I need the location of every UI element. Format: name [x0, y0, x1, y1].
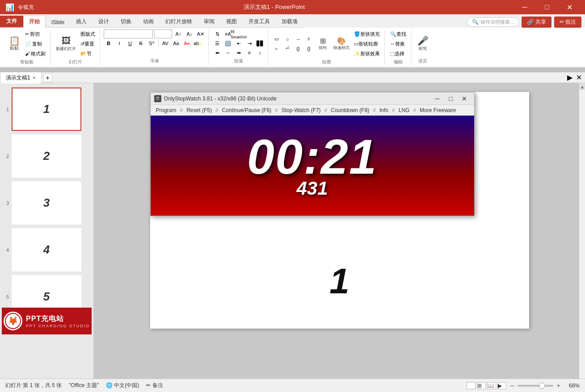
change-case-button[interactable]: Aa: [171, 39, 181, 48]
font-spacing-button[interactable]: AV: [160, 39, 170, 48]
shape-outline-button[interactable]: ▭形状轮廓: [352, 39, 382, 48]
layout-button[interactable]: 图版式: [79, 29, 97, 38]
zoom-out-button[interactable]: ─: [510, 383, 514, 389]
sw-menu-stopwatch[interactable]: Stop-Watch (F7): [279, 106, 324, 114]
decrease-indent-button[interactable]: ⇤: [234, 39, 244, 48]
quick-style-button[interactable]: 🎨 快速样式: [332, 31, 351, 56]
shape-more-button[interactable]: ▿: [304, 35, 314, 44]
center-button[interactable]: ↔: [223, 48, 233, 57]
slide-thumb-1[interactable]: 1 1: [2, 87, 92, 132]
slide-sorter-button[interactable]: ⊞: [477, 382, 486, 389]
find-button[interactable]: 🔍查找: [388, 29, 408, 38]
bold-button[interactable]: B: [104, 39, 114, 48]
sw-menu-countdown[interactable]: Countdown (F8): [328, 106, 372, 114]
format-painter-button[interactable]: 🖌格式刷: [23, 49, 47, 58]
annotate-button[interactable]: ✏ 批注: [554, 17, 581, 28]
decrease-font-button[interactable]: A↓: [185, 29, 194, 38]
tab-transitions[interactable]: 切换: [115, 16, 137, 28]
clear-format-button[interactable]: A✕: [196, 29, 206, 38]
shape-custom1[interactable]: ⌐: [272, 44, 282, 53]
tab-islide[interactable]: iSlide: [46, 17, 70, 28]
slideshow-button[interactable]: ▶: [497, 382, 506, 389]
select-button[interactable]: ⬚选择: [388, 49, 408, 58]
zoom-in-button[interactable]: +: [557, 383, 560, 389]
dictate-button[interactable]: 🎤 听写: [415, 31, 431, 56]
sw-menu-freeware[interactable]: More Freeware: [417, 106, 459, 114]
justify-button[interactable]: ≡: [244, 48, 254, 57]
close-button[interactable]: ✕: [559, 0, 580, 14]
notes-button[interactable]: ✏ 备注: [146, 382, 163, 389]
text-direction-button[interactable]: ⇅: [212, 29, 222, 38]
tab-scroll-button[interactable]: ▶: [565, 73, 574, 82]
numbering-button[interactable]: 🔢: [223, 39, 233, 48]
document-tab-close[interactable]: ✕: [32, 75, 36, 80]
slide-thumb-2[interactable]: 2 2: [2, 133, 92, 179]
line-spacing-button[interactable]: ↕: [255, 48, 265, 57]
tab-addins[interactable]: 加载项: [276, 16, 303, 28]
shape-fill-button[interactable]: 🪣形状填充: [352, 29, 382, 38]
align-left-button[interactable]: ⬅: [212, 48, 222, 57]
slide-thumb-3[interactable]: 3 3: [2, 180, 92, 225]
tab-insert[interactable]: 插入: [70, 16, 93, 28]
replace-button[interactable]: ↔替换: [388, 39, 408, 48]
sw-menu-continue[interactable]: Continue/Pause (F6): [219, 106, 274, 114]
share-button[interactable]: 🔗 共享: [522, 17, 551, 28]
close-view-button[interactable]: ✕: [574, 73, 583, 82]
shadow-button[interactable]: S⁰: [147, 39, 156, 48]
shape-rect-button[interactable]: ▭: [272, 35, 282, 44]
zoom-slider[interactable]: [518, 385, 553, 387]
stopwatch-close-button[interactable]: ✕: [458, 94, 471, 104]
sw-menu-reset[interactable]: Reset (F5): [184, 106, 215, 114]
tab-review[interactable]: 审阅: [198, 16, 220, 28]
shape-circle-button[interactable]: ○: [282, 35, 292, 44]
shape-effect-button[interactable]: ✨形状效果: [352, 49, 382, 58]
tab-design[interactable]: 设计: [93, 16, 115, 28]
paste-button[interactable]: 📋 粘贴: [6, 31, 22, 56]
slide-4-thumbnail[interactable]: 4: [12, 228, 81, 271]
section-button[interactable]: 📂节: [79, 49, 97, 58]
tab-animations[interactable]: 动画: [137, 16, 160, 28]
shape-custom4[interactable]: {}: [304, 44, 314, 53]
strikethrough-button[interactable]: S: [136, 39, 146, 48]
scroll-up-button[interactable]: ▲: [579, 83, 585, 90]
normal-view-button[interactable]: [467, 382, 476, 389]
new-tab-button[interactable]: +: [43, 73, 52, 82]
reading-view-button[interactable]: 📖: [487, 382, 496, 389]
tab-home[interactable]: 开始: [23, 16, 46, 28]
shape-custom2[interactable]: ⌐̈: [282, 44, 292, 53]
slide-thumb-4[interactable]: 4 4: [2, 227, 92, 272]
stopwatch-maximize-button[interactable]: □: [445, 94, 457, 104]
columns-button[interactable]: ▊▊: [255, 39, 265, 48]
font-name-input[interactable]: [104, 29, 153, 38]
italic-button[interactable]: I: [114, 39, 124, 48]
underline-button[interactable]: U: [125, 39, 135, 48]
sw-menu-lng[interactable]: LNG: [396, 106, 412, 114]
vertical-scrollbar[interactable]: ▲ ▼: [579, 83, 585, 389]
copy-button[interactable]: 📄复制: [23, 39, 47, 48]
document-tab[interactable]: 演示文稿1 ✕: [0, 72, 42, 83]
slide-1-thumbnail[interactable]: 1: [12, 88, 81, 131]
align-right-button[interactable]: ➡: [234, 48, 244, 57]
arrange-button[interactable]: ⊞ 排列: [315, 31, 331, 56]
increase-indent-button[interactable]: ⇥: [244, 39, 254, 48]
font-color-button[interactable]: A▬: [182, 39, 192, 48]
tab-slideshow[interactable]: 幻灯片放映: [160, 16, 198, 28]
new-slide-button[interactable]: 🖼 新建幻灯片: [54, 31, 78, 56]
reset-button[interactable]: ↺重置: [79, 39, 97, 48]
file-tab[interactable]: 文件: [0, 16, 23, 27]
minimize-button[interactable]: ─: [514, 0, 535, 14]
sw-menu-program[interactable]: Program: [153, 106, 179, 114]
bullets-button[interactable]: ☰: [212, 39, 222, 48]
shape-arrow-button[interactable]: →: [293, 35, 303, 44]
slide-2-thumbnail[interactable]: 2: [12, 134, 81, 178]
increase-font-button[interactable]: A↑: [173, 29, 183, 38]
tab-developer[interactable]: 开发工具: [243, 16, 276, 28]
highlight-button[interactable]: ab▬: [193, 39, 202, 48]
shape-custom3[interactable]: {}: [293, 44, 303, 53]
slide-3-thumbnail[interactable]: 3: [12, 181, 81, 225]
font-size-input[interactable]: 96: [154, 29, 172, 38]
sw-menu-info[interactable]: Info: [377, 106, 391, 114]
cut-button[interactable]: ✂剪切: [23, 29, 47, 38]
maximize-button[interactable]: □: [537, 0, 557, 14]
stopwatch-minimize-button[interactable]: ─: [431, 94, 444, 104]
